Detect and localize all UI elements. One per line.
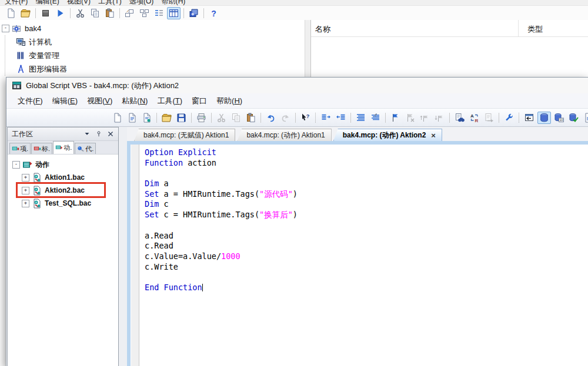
save-button[interactable]: [175, 112, 188, 124]
cut-button[interactable]: [74, 7, 87, 19]
title-bar[interactable]: Global Script VBS - bak4.mcp: (动作) Aktio…: [6, 78, 588, 93]
unindent-button[interactable]: [334, 112, 348, 124]
open-folder-button[interactable]: [19, 7, 32, 19]
menu-item-1[interactable]: 编辑(E): [48, 94, 82, 108]
expand-icon[interactable]: +: [22, 200, 29, 207]
database-10-button[interactable]: 10: [552, 112, 566, 124]
tree-item-actions-root[interactable]: -动作: [8, 158, 118, 171]
workspace-tab-3[interactable]: 代.: [75, 143, 96, 154]
code-line[interactable]: [145, 220, 588, 231]
flag-next-button[interactable]: [433, 112, 446, 124]
code-line[interactable]: [145, 272, 588, 283]
flag-clear-button[interactable]: [403, 112, 417, 124]
copy-button[interactable]: [229, 112, 243, 124]
wrench-button[interactable]: [502, 112, 516, 124]
indent-button[interactable]: [319, 112, 333, 124]
copy-button[interactable]: [88, 7, 102, 19]
workspace-editor-splitter[interactable]: [119, 127, 128, 366]
column-header-name[interactable]: 名称: [315, 24, 330, 35]
open-folder-button[interactable]: [160, 112, 173, 124]
new-doc-button[interactable]: [111, 112, 124, 124]
code-line[interactable]: Dim a: [145, 179, 588, 189]
cut-button[interactable]: [215, 112, 228, 124]
database-icon: [539, 113, 549, 123]
code-line[interactable]: a.Read: [145, 231, 588, 241]
tree-item-project-root[interactable]: -bak4: [0, 22, 305, 35]
selection-margin[interactable]: [131, 145, 139, 366]
code-line[interactable]: c.Read: [145, 241, 588, 251]
code-line[interactable]: End Function: [145, 283, 588, 293]
menu-item-0[interactable]: 文件(F): [14, 94, 47, 108]
help-button[interactable]: ?: [207, 7, 220, 19]
tree-item-aktion2-bac[interactable]: +Aktion2.bac: [8, 184, 118, 197]
code-line[interactable]: Set a = HMIRuntime.Tags("源代码"): [145, 189, 588, 200]
tree-item-1[interactable]: 变量管理: [16, 49, 305, 62]
new-action-button[interactable]: [125, 112, 139, 124]
flag-prev-button[interactable]: [418, 112, 432, 124]
collapse-icon[interactable]: -: [2, 25, 9, 32]
pin-button[interactable]: [94, 129, 103, 139]
document-tab-1[interactable]: bak4.mcp: (动作) Aktion1: [237, 129, 331, 141]
editor-area: bak4.mcp: (无赋值) Aktion1bak4.mcp: (动作) Ak…: [127, 127, 588, 366]
list-header-row: 名称 类型: [311, 20, 588, 37]
tree-item-test-sql-bac[interactable]: +Test_SQL.bac: [8, 197, 118, 210]
tree-item-aktion1-bac[interactable]: +Aktion1.bac: [8, 171, 118, 184]
code-line[interactable]: [145, 168, 588, 179]
code-editor[interactable]: Option ExplicitFunction actionDim aSet a…: [140, 145, 588, 366]
code-line[interactable]: c.Write: [145, 262, 588, 273]
code-line[interactable]: c.Value=a.Value/1000: [145, 251, 588, 262]
database-check-button[interactable]: [567, 112, 580, 124]
arrange-a-button[interactable]: [123, 7, 136, 19]
new-doc-button[interactable]: [4, 7, 18, 19]
menu-item-4[interactable]: 工具(T): [153, 94, 186, 108]
table-button[interactable]: [167, 7, 181, 19]
help-cursor-button[interactable]: ?: [299, 112, 312, 124]
workspace-tab-1[interactable]: 标.: [31, 143, 52, 154]
expand-icon[interactable]: +: [22, 187, 29, 194]
workspace-tab-0[interactable]: 项.: [9, 143, 31, 154]
menu-item-5[interactable]: 窗口: [188, 94, 211, 108]
window-title: Global Script VBS - bak4.mcp: (动作) Aktio…: [26, 80, 179, 91]
workspace-panel-header[interactable]: 工作区: [8, 127, 118, 141]
tree-item-2[interactable]: 图形编辑器: [16, 62, 305, 76]
comment-button[interactable]: [369, 112, 382, 124]
code-line[interactable]: Option Explicit: [145, 147, 588, 158]
tree-item-label: 变量管理: [29, 51, 59, 61]
code-line[interactable]: Set c = HMIRuntime.Tags("换算后"): [145, 210, 588, 220]
new-action2-button[interactable]: [140, 112, 153, 124]
menu-item-3[interactable]: 粘贴(N): [118, 94, 152, 108]
undo-button[interactable]: [264, 112, 278, 124]
menu-item-6[interactable]: 帮助(H): [212, 94, 246, 108]
flag-button[interactable]: [389, 112, 402, 124]
code-line[interactable]: Dim c: [145, 199, 588, 210]
library-button[interactable]: [187, 7, 201, 19]
find-next-button[interactable]: [482, 112, 496, 124]
doc-clip-button[interactable]: [582, 112, 588, 124]
outdent-button[interactable]: [354, 112, 368, 124]
database-button[interactable]: [537, 112, 551, 124]
stop-button[interactable]: [39, 7, 52, 19]
redo-button[interactable]: [279, 112, 292, 124]
export-frame-button[interactable]: [523, 112, 536, 124]
replace-button[interactable]: AR: [467, 112, 481, 124]
paste-button[interactable]: [244, 112, 258, 124]
code-line[interactable]: Function action: [145, 158, 588, 169]
column-divider[interactable]: [518, 20, 519, 36]
expand-icon[interactable]: +: [22, 174, 29, 182]
close-tab-icon[interactable]: ×: [431, 132, 436, 139]
paste-button[interactable]: [103, 7, 116, 19]
close-panel-button[interactable]: [106, 129, 115, 139]
panel-menu-button[interactable]: [82, 129, 92, 139]
column-header-type[interactable]: 类型: [527, 24, 543, 35]
arrange-c-button[interactable]: [152, 7, 166, 19]
print-button[interactable]: [195, 112, 208, 124]
document-tab-2[interactable]: bak4.mcp: (动作) Aktion2×: [333, 129, 442, 141]
tree-item-0[interactable]: 计算机: [16, 35, 305, 49]
workspace-tab-2[interactable]: 动.: [53, 141, 74, 154]
menu-item-2[interactable]: 视图(V): [83, 94, 116, 108]
find-docs-button[interactable]: [453, 112, 466, 124]
play-button[interactable]: [54, 7, 67, 19]
collapse-icon[interactable]: -: [12, 161, 20, 169]
arrange-b-button[interactable]: [138, 7, 151, 19]
document-tab-0[interactable]: bak4.mcp: (无赋值) Aktion1: [134, 129, 235, 141]
